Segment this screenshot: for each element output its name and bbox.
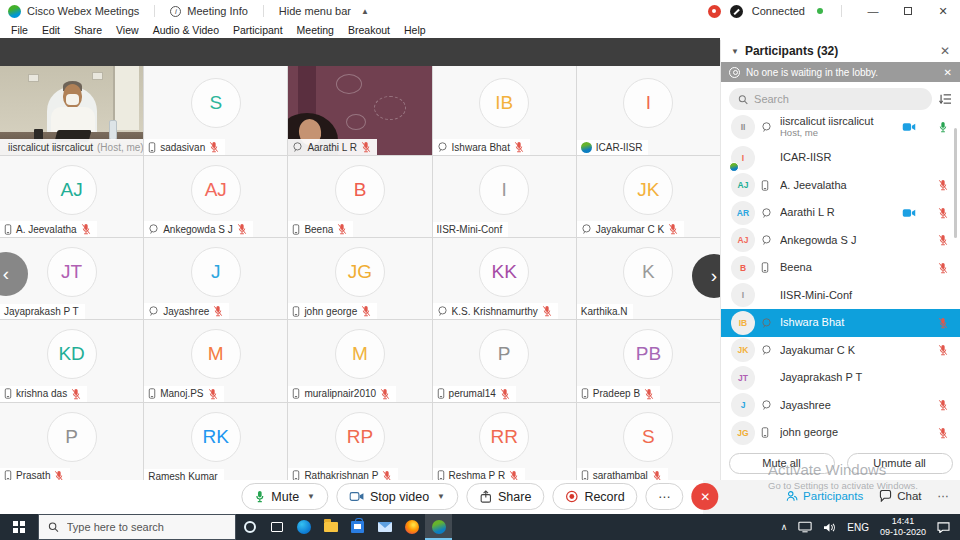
- menu-audio-video[interactable]: Audio & Video: [146, 24, 226, 36]
- hide-menu-bar-button[interactable]: Hide menu bar: [279, 5, 351, 17]
- chevron-down-icon[interactable]: ▼: [731, 47, 739, 56]
- store-button[interactable]: [344, 514, 371, 540]
- video-tile[interactable]: Ssadasivan: [144, 66, 287, 155]
- participant-row[interactable]: JJayashree: [721, 392, 960, 420]
- participant-row[interactable]: ARAarathi L R: [721, 199, 960, 227]
- video-tile[interactable]: AJA. Jeevalatha: [0, 156, 143, 237]
- cortana-button[interactable]: [236, 514, 263, 540]
- leave-meeting-button[interactable]: ✕: [692, 483, 719, 510]
- mic-muted-icon: [938, 317, 948, 329]
- video-tile[interactable]: KKK.S. Krishnamurthy: [433, 238, 576, 319]
- menu-edit[interactable]: Edit: [35, 24, 67, 36]
- taskbar-search-box[interactable]: [38, 514, 236, 540]
- tile-label: Karthika.N: [577, 304, 634, 319]
- video-tile[interactable]: IICAR-IISR: [577, 66, 720, 155]
- avatar: I: [623, 78, 673, 128]
- video-tile[interactable]: IIISR-Mini-Conf: [433, 156, 576, 237]
- participant-list: IIiisrcalicut iisrcalicutHost, meIICAR-I…: [721, 110, 960, 446]
- video-tile[interactable]: AJAnkegowda S J: [144, 156, 287, 237]
- menu-share[interactable]: Share: [67, 24, 109, 36]
- task-view-button[interactable]: [263, 514, 290, 540]
- participant-row[interactable]: JGjohn george: [721, 419, 960, 446]
- video-tile[interactable]: Pperumal14: [433, 320, 576, 401]
- recording-indicator-icon: [708, 5, 721, 18]
- meeting-info-button[interactable]: Meeting Info: [187, 5, 248, 17]
- webex-taskbar-button[interactable]: [425, 514, 452, 540]
- video-tile[interactable]: RKRamesh Kumar: [144, 403, 287, 484]
- video-tile[interactable]: iisrcalicut iisrcalicut(Host, me): [0, 66, 143, 155]
- unmute-all-button[interactable]: Unmute all: [847, 453, 953, 474]
- close-button[interactable]: ✕: [930, 5, 956, 18]
- search-input[interactable]: [754, 93, 923, 105]
- participant-row[interactable]: IICAR-IISR: [721, 144, 960, 172]
- participant-row[interactable]: IBIshwara Bhat: [721, 309, 960, 337]
- video-tile[interactable]: RRReshma P R: [433, 403, 576, 484]
- video-tile[interactable]: Aarathi L R: [288, 66, 431, 155]
- hidden-icons-chevron[interactable]: ∧: [781, 522, 788, 532]
- chevron-down-icon[interactable]: ▼: [437, 492, 445, 501]
- video-tile[interactable]: RPRathakrishnan P: [288, 403, 431, 484]
- firefox-button[interactable]: [398, 514, 425, 540]
- mute-button[interactable]: Mute ▼: [241, 483, 328, 510]
- video-tile[interactable]: Ssarathambal: [577, 403, 720, 484]
- video-tile[interactable]: PPrasath: [0, 403, 143, 484]
- participant-row[interactable]: AJAnkegowda S J: [721, 227, 960, 255]
- language-indicator[interactable]: ENG: [847, 522, 869, 533]
- avatar: M: [335, 329, 385, 379]
- action-center-icon[interactable]: [937, 522, 950, 533]
- volume-icon[interactable]: [823, 522, 836, 533]
- panel-scrollbar[interactable]: [954, 128, 957, 238]
- display-icon[interactable]: [798, 521, 812, 533]
- menu-participant[interactable]: Participant: [226, 24, 290, 36]
- maximize-button[interactable]: [895, 5, 921, 17]
- video-tile[interactable]: MManoj.PS: [144, 320, 287, 401]
- record-button[interactable]: Record: [552, 483, 637, 510]
- mic-on-icon: [254, 490, 265, 503]
- participant-name: Karthika.N: [581, 306, 628, 317]
- stop-video-button[interactable]: Stop video ▼: [336, 483, 458, 510]
- mute-all-button[interactable]: Mute all: [729, 453, 835, 474]
- share-button[interactable]: Share: [466, 483, 544, 510]
- menu-breakout[interactable]: Breakout: [341, 24, 397, 36]
- avatar: S: [191, 78, 241, 128]
- participant-row[interactable]: IIiisrcalicut iisrcalicutHost, me: [721, 110, 960, 144]
- avatar: II: [731, 115, 755, 139]
- mail-button[interactable]: [371, 514, 398, 540]
- taskbar-search-input[interactable]: [67, 521, 226, 533]
- file-explorer-button[interactable]: [317, 514, 344, 540]
- menu-meeting[interactable]: Meeting: [290, 24, 341, 36]
- avatar: JT: [731, 366, 755, 390]
- banner-close-icon[interactable]: ✕: [944, 67, 952, 78]
- participant-search-box[interactable]: [729, 88, 932, 110]
- chat-tab[interactable]: Chat: [879, 490, 921, 502]
- sort-icon[interactable]: [939, 93, 952, 105]
- video-tile[interactable]: BBeena: [288, 156, 431, 237]
- participant-row[interactable]: IIISR-Mini-Conf: [721, 282, 960, 310]
- stage-top-bar: [0, 38, 720, 66]
- minimize-button[interactable]: —: [860, 5, 886, 17]
- video-tile[interactable]: JGjohn george: [288, 238, 431, 319]
- menu-help[interactable]: Help: [397, 24, 433, 36]
- participant-row[interactable]: AJA. Jeevalatha: [721, 172, 960, 200]
- video-tile[interactable]: KDkrishna das: [0, 320, 143, 401]
- start-button[interactable]: [0, 514, 38, 540]
- menu-file[interactable]: File: [4, 24, 35, 36]
- video-tile[interactable]: IBIshwara Bhat: [433, 66, 576, 155]
- participant-name: Ankegowda S J: [780, 234, 910, 247]
- footer-more-button[interactable]: ⋯: [938, 489, 951, 503]
- panel-close-icon[interactable]: ✕: [940, 44, 950, 58]
- video-tile[interactable]: JJayashree: [144, 238, 287, 319]
- chevron-down-icon[interactable]: ▼: [307, 492, 315, 501]
- edge-button[interactable]: [290, 514, 317, 540]
- more-options-button[interactable]: ⋯: [646, 483, 684, 510]
- participants-tab[interactable]: Participants: [786, 490, 863, 502]
- video-tile[interactable]: JKJayakumar C K: [577, 156, 720, 237]
- taskbar-clock[interactable]: 14:41 09-10-2020: [880, 516, 926, 538]
- participant-row[interactable]: JTJayaprakash P T: [721, 364, 960, 392]
- video-tile[interactable]: PBPradeep B: [577, 320, 720, 401]
- participant-row[interactable]: BBeena: [721, 254, 960, 282]
- menu-view[interactable]: View: [109, 24, 146, 36]
- video-tile[interactable]: Mmuralipnair2010: [288, 320, 431, 401]
- avatar: JG: [731, 421, 755, 445]
- participant-row[interactable]: JKJayakumar C K: [721, 337, 960, 365]
